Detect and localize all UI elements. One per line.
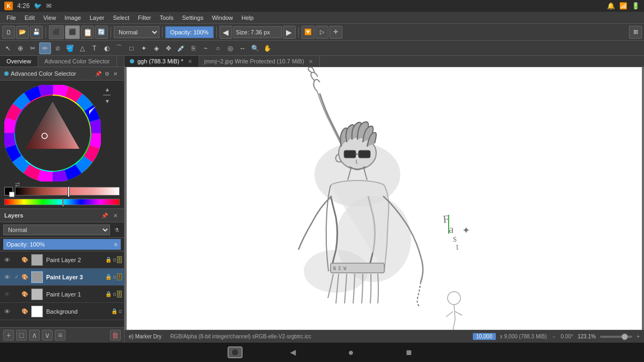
tool-contiguous[interactable]: ◈	[150, 42, 162, 54]
tool-gradient[interactable]: ◐	[101, 42, 113, 54]
layer-filter-btn[interactable]: ⚗	[112, 226, 121, 234]
menu-edit[interactable]: Edit	[20, 13, 39, 22]
recents-btn[interactable]: ■	[401, 345, 416, 360]
tool-hand[interactable]: ✋	[261, 42, 273, 54]
strip-down-btn[interactable]: ▼	[103, 97, 112, 105]
tool-transform[interactable]: ⊕	[14, 42, 26, 54]
expand-btn[interactable]: ⊞	[629, 26, 642, 39]
strip-up-btn[interactable]: ▲	[103, 85, 112, 93]
layer-eye-btn[interactable]: 👁	[2, 289, 12, 299]
tool-smudge[interactable]: ~	[200, 42, 211, 54]
tab-color-selector[interactable]: Advanced Color Selector	[38, 56, 117, 67]
layers-close-btn[interactable]: ✕	[111, 211, 120, 220]
tool-zoom[interactable]: 🔍	[249, 42, 261, 54]
canvas-viewport[interactable]: N E W	[125, 67, 644, 330]
layer-eye-btn[interactable]: 👁	[2, 272, 12, 282]
opacity-btn[interactable]: Opacity: 100%	[165, 26, 214, 38]
blend-mode-select[interactable]: Normal	[114, 26, 159, 38]
new-btn[interactable]: 🗋	[2, 26, 15, 39]
tab-overview[interactable]: Overview	[0, 56, 38, 67]
hue-bar[interactable]	[4, 199, 120, 205]
svg-rect-26	[358, 150, 370, 158]
fg-bg-colors[interactable]: ⇄	[4, 187, 13, 196]
camera-icon	[228, 346, 243, 358]
menu-image[interactable]: Image	[60, 13, 85, 22]
add-layer-btn[interactable]: +	[3, 330, 14, 341]
zoom-thumb[interactable]	[621, 334, 628, 340]
tool-eyedrop[interactable]: 💉	[175, 42, 187, 54]
tool-brush[interactable]: ✏	[39, 42, 51, 54]
layer-item[interactable]: 👁 🎨 Paint Layer 1 🔒 α !	[0, 286, 124, 303]
menu-file[interactable]: File	[2, 13, 20, 22]
canvas-tab-2-close[interactable]: ✕	[308, 58, 314, 64]
camera-btn[interactable]	[228, 345, 243, 360]
menu-help[interactable]: Help	[237, 13, 258, 22]
tool-clone[interactable]: ⎘	[187, 42, 199, 54]
menu-tools[interactable]: Tools	[156, 13, 178, 22]
menu-layer[interactable]: Layer	[85, 13, 109, 22]
close-panel-btn[interactable]: ✕	[111, 69, 120, 78]
tool-eraser[interactable]: ⎚	[52, 42, 63, 54]
crop-btn[interactable]: ✛	[330, 26, 342, 39]
tool-measure[interactable]: ↔	[237, 42, 248, 54]
mirror-v-btn[interactable]: ▷	[316, 26, 328, 39]
layer-up-btn[interactable]: ∧	[29, 330, 40, 341]
tool-fill[interactable]: 🪣	[64, 42, 76, 54]
tab-color-1	[130, 59, 134, 63]
pin-btn[interactable]: 📌	[94, 69, 103, 78]
color-wheel[interactable]	[4, 85, 101, 182]
canvas-tab-2[interactable]: jmmj~2.jpg Write Protected (10.7 MiB) ✕	[199, 56, 320, 67]
layers-pin-btn[interactable]: 📌	[100, 211, 109, 220]
layer-menu-btn[interactable]: ≡	[55, 330, 65, 341]
size-increase-btn[interactable]: ▶	[283, 26, 296, 39]
layer-eye-btn[interactable]: 👁	[2, 307, 12, 316]
size-decrease-btn[interactable]: ◀	[219, 26, 232, 39]
open-btn[interactable]: 📂	[16, 26, 29, 39]
tool-rect-select[interactable]: □	[126, 42, 137, 54]
config-btn[interactable]: ⚙	[103, 69, 111, 78]
tool-text[interactable]: T	[89, 42, 100, 54]
tool-move[interactable]: ✥	[163, 42, 174, 54]
tool-select[interactable]: ↖	[2, 42, 14, 54]
mirror-h-btn[interactable]: 🔽	[302, 26, 314, 39]
layer-item[interactable]: 👁 ✓ 🎨 Paint Layer 3 🔒 α !	[0, 269, 124, 286]
group-layer-btn[interactable]: □	[16, 330, 27, 341]
color-gradient-bar[interactable]	[15, 187, 120, 196]
menu-view[interactable]: View	[39, 13, 61, 22]
menu-select[interactable]: Select	[108, 13, 134, 22]
cut-btn[interactable]: ⬛	[49, 25, 64, 39]
delete-layer-btn[interactable]: 🗑	[110, 330, 121, 341]
canvas-tab-1[interactable]: ggh (788.3 MiB) * ✕	[125, 56, 199, 67]
layer-opacity-bar[interactable]: Opacity: 100% ≡	[3, 239, 121, 250]
tool-crop[interactable]: ✂	[27, 42, 39, 54]
menu-window[interactable]: Window	[208, 13, 237, 22]
layer-item[interactable]: 👁 🎨 Paint Layer 2 🔒 α !	[0, 251, 124, 269]
tool-blur[interactable]: ◎	[224, 42, 236, 54]
back-btn[interactable]: ◄	[286, 345, 301, 360]
canvas-tab-1-close[interactable]: ✕	[187, 58, 193, 64]
layer-opacity-menu-btn[interactable]: ≡	[114, 241, 118, 248]
save-btn[interactable]: 💾	[30, 26, 43, 39]
copy-btn[interactable]: ⬛	[65, 25, 80, 39]
tool-wand[interactable]: ✦	[138, 42, 150, 54]
tool-dodge[interactable]: ○	[212, 42, 224, 54]
color-strip[interactable]: ▲ ▼	[103, 85, 111, 105]
layer-down-btn[interactable]: ∨	[42, 330, 53, 341]
zoom-slider[interactable]	[600, 336, 632, 338]
layer-item[interactable]: 👁 🎨 Background 🔒 α	[0, 303, 124, 320]
lightness-strip[interactable]	[103, 95, 111, 96]
home-btn[interactable]: ●	[343, 345, 358, 360]
size-input[interactable]	[233, 26, 282, 38]
transform-btn[interactable]: 🔄	[95, 26, 108, 39]
rotation-display: 0.00°	[561, 334, 573, 339]
zoom-in-icon[interactable]: +	[636, 334, 640, 339]
coords-display[interactable]: 10,000	[473, 333, 496, 340]
tool-lasso[interactable]: ⌒	[113, 42, 125, 54]
layer-eye-btn[interactable]: 👁	[2, 255, 12, 265]
tool-shape[interactable]: △	[76, 42, 88, 54]
paste-btn[interactable]: 📋	[81, 26, 94, 39]
gradient-thumb[interactable]	[68, 186, 70, 197]
menu-filter[interactable]: Filter	[134, 13, 155, 22]
menu-settings[interactable]: Settings	[178, 13, 208, 22]
layer-blend-select[interactable]: Normal	[3, 225, 110, 235]
